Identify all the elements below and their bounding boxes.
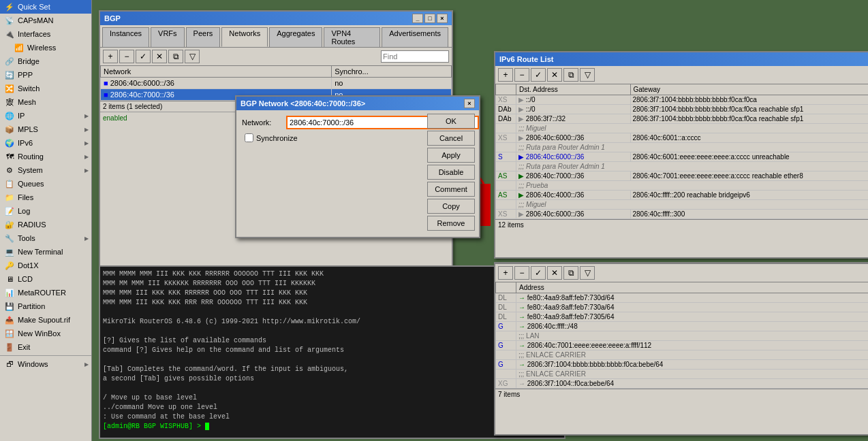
addr-add-button[interactable]: +: [498, 266, 513, 280]
ipv6-add-button[interactable]: +: [498, 68, 513, 82]
sidebar-item-lcd[interactable]: 🖥 LCD: [0, 272, 91, 286]
sidebar-item-switch[interactable]: 🔀 Switch: [0, 82, 91, 95]
addr-table-container: Address DL → fe80::4aa9:8aff:feb7:730d/6…: [495, 282, 868, 389]
cancel-button[interactable]: Cancel: [427, 131, 475, 146]
table-row[interactable]: DL → fe80::4aa9:8aff:feb7:730a/64: [496, 303, 869, 312]
addr-disable-button[interactable]: ✕: [547, 266, 562, 280]
bgp-titlebar: BGP _ □ ×: [100, 12, 452, 25]
sidebar-item-log[interactable]: 📝 Log: [0, 204, 91, 218]
table-row[interactable]: ■ 2806:40c:6000::/36 no: [101, 78, 452, 89]
sidebar-item-new-terminal[interactable]: 💻 New Terminal: [0, 245, 91, 259]
sidebar-item-mesh[interactable]: 🕸 Mesh: [0, 95, 91, 109]
remove-dialog-button[interactable]: Remove: [427, 216, 475, 231]
table-row[interactable]: AS ▶ 2806:40c:4000::/36 2806:40c:ffff::2…: [496, 191, 869, 200]
ipv6-table-container: Dst. Address Gateway Distance XS ▶ ::/0 …: [495, 84, 868, 219]
flag-cell: [496, 181, 516, 191]
sidebar-item-windows[interactable]: 🗗 Windows: [0, 357, 91, 371]
disable-button[interactable]: ✕: [152, 50, 167, 63]
terminal-prompt: [admin@RB BGP WISPHUB] >: [103, 423, 205, 430]
tab-aggregates[interactable]: Aggregates: [269, 27, 322, 47]
gateway-cell: 2806:3f7:1004:bbbb:bbbb:bbbb:f0ca:f0ca: [630, 95, 868, 105]
add-button[interactable]: +: [103, 50, 118, 63]
ipv6-copy-button[interactable]: ⧉: [563, 68, 578, 82]
table-row[interactable]: G → 2806:3f7:1004:bbbb:bbbb:bbbb:f0ca:be…: [496, 360, 869, 370]
bgp-close-button[interactable]: ×: [437, 14, 448, 23]
dialog-close-button[interactable]: ×: [464, 99, 475, 108]
copy-button[interactable]: ⧉: [168, 50, 183, 63]
sidebar-item-ip[interactable]: 🌐 IP: [0, 109, 91, 122]
terminal-line: [103, 308, 561, 317]
ipv6-remove-button[interactable]: −: [514, 68, 529, 82]
sidebar-item-radius[interactable]: 🔐 RADIUS: [0, 218, 91, 231]
tab-peers[interactable]: Peers: [186, 27, 221, 47]
sidebar-item-partition[interactable]: 💾 Partition: [0, 299, 91, 313]
bgp-maximize-button[interactable]: □: [424, 14, 435, 23]
sidebar-item-metarouter[interactable]: 📊 MetaROUTER: [0, 286, 91, 299]
sidebar-item-quick-set[interactable]: ⚡ Quick Set: [0, 0, 91, 14]
ipv6-filter-button[interactable]: ▽: [580, 68, 595, 82]
addr-filter-button[interactable]: ▽: [580, 266, 595, 280]
table-row[interactable]: DL → fe80::4aa9:8aff:feb7:730d/64: [496, 293, 869, 303]
sidebar-item-routing[interactable]: 🗺 Routing: [0, 150, 91, 163]
tab-instances[interactable]: Instances: [102, 27, 149, 47]
sidebar-item-queues[interactable]: 📋 Queues: [0, 177, 91, 191]
addr-enable-button[interactable]: ✓: [531, 266, 546, 280]
table-row[interactable]: XS ▶ 2806:40c:6000::/36 2806:40c:6001::a…: [496, 133, 869, 143]
ipv6-toolbar: + − ✓ ✕ ⧉ ▽: [495, 66, 868, 84]
synchronize-checkbox[interactable]: [245, 133, 253, 142]
sidebar-item-bridge[interactable]: 🔗 Bridge: [0, 54, 91, 68]
table-row[interactable]: G → 2806:40c:7001:eeee:eeee:eeee:a:ffff/…: [496, 341, 869, 350]
tab-networks[interactable]: Networks: [221, 27, 268, 47]
tab-vpn4routes[interactable]: VPN4 Routes: [324, 27, 380, 47]
addr-cell: → 2806:3f7:1004:bbbb:bbbb:bbbb:f0ca:bebe…: [516, 360, 869, 370]
tab-advertisements[interactable]: Advertisements: [382, 27, 448, 47]
gateway-cell: 2806:3f7:1004:bbbb:bbbb:bbbb:f0ca:f0ca r…: [630, 105, 868, 114]
tab-vrfs[interactable]: VRFs: [151, 27, 185, 47]
comment-row: ;;; Prueba: [496, 181, 869, 191]
table-row[interactable]: DAb ▶ 2806:3f7::/32 2806:3f7:1004:bbbb:b…: [496, 114, 869, 124]
addr-remove-button[interactable]: −: [514, 266, 529, 280]
sidebar-item-make-supout[interactable]: 📤 Make Supout.rif: [0, 313, 91, 327]
ipv6-icon: 🌍: [4, 137, 15, 148]
table-row[interactable]: S ▶ 2806:40c:6000::/36 2806:40c:6001:eee…: [496, 152, 869, 162]
bgp-find-input[interactable]: [381, 50, 449, 63]
ipv6-disable-button[interactable]: ✕: [547, 68, 562, 82]
table-row[interactable]: XS ▶ ::/0 2806:3f7:1004:bbbb:bbbb:bbbb:f…: [496, 95, 869, 105]
log-icon: 📝: [4, 206, 15, 216]
addr-cell: → 2806:3f7:1004::f0ca:bebe/64: [516, 379, 869, 389]
mpls-icon: 📦: [4, 124, 15, 135]
apply-button[interactable]: Apply: [427, 148, 475, 163]
addr-copy-button[interactable]: ⧉: [563, 266, 578, 280]
ok-button[interactable]: OK: [427, 114, 475, 129]
sidebar-item-ppp[interactable]: 🔄 PPP: [0, 68, 91, 82]
sidebar-item-mpls[interactable]: 📦 MPLS: [0, 122, 91, 136]
flag-cell: [496, 370, 516, 379]
sidebar-item-tools[interactable]: 🔧 Tools: [0, 231, 91, 245]
sidebar-item-exit[interactable]: 🚪 Exit: [0, 340, 91, 354]
copy-dialog-button[interactable]: Copy: [427, 199, 475, 214]
sidebar-item-dot1x[interactable]: 🔑 Dot1X: [0, 259, 91, 272]
comment-button[interactable]: Comment: [427, 182, 475, 197]
sidebar-item-ipv6[interactable]: 🌍 IPv6: [0, 136, 91, 150]
ipv6-enable-button[interactable]: ✓: [531, 68, 546, 82]
table-row[interactable]: AS ▶ 2806:40c:7000::/36 2806:40c:7001:ee…: [496, 172, 869, 181]
table-row[interactable]: DAb ▶ ::/0 2806:3f7:1004:bbbb:bbbb:bbbb:…: [496, 105, 869, 114]
sidebar-item-system[interactable]: ⚙ System: [0, 163, 91, 177]
enable-button[interactable]: ✓: [136, 50, 151, 63]
filter-button[interactable]: ▽: [185, 50, 200, 63]
disable-dialog-button[interactable]: Disable: [427, 165, 475, 180]
remove-button[interactable]: −: [119, 50, 134, 63]
table-row[interactable]: DL → fe80::4aa9:8aff:feb7:7305/64: [496, 312, 869, 322]
bridge-icon: 🔗: [4, 56, 15, 67]
sidebar-item-files[interactable]: 📁 Files: [0, 191, 91, 204]
sidebar-item-wireless[interactable]: 📶 Wireless: [0, 41, 91, 54]
col-flag: [496, 84, 516, 95]
sidebar-item-capsman[interactable]: 📡 CAPsMAN: [0, 14, 91, 27]
table-row[interactable]: XS ▶ 2806:40c:6000::/36 2806:40c:ffff::3…: [496, 210, 869, 219]
bgp-minimize-button[interactable]: _: [412, 14, 423, 23]
table-row[interactable]: XG → 2806:3f7:1004::f0ca:bebe/64: [496, 379, 869, 389]
windows-icon: 🗗: [4, 359, 15, 370]
table-row[interactable]: G → 2806:40c:ffff::/48: [496, 322, 869, 331]
sidebar-item-interfaces[interactable]: 🔌 Interfaces: [0, 27, 91, 41]
sidebar-item-new-winbox[interactable]: 🪟 New WinBox: [0, 327, 91, 340]
